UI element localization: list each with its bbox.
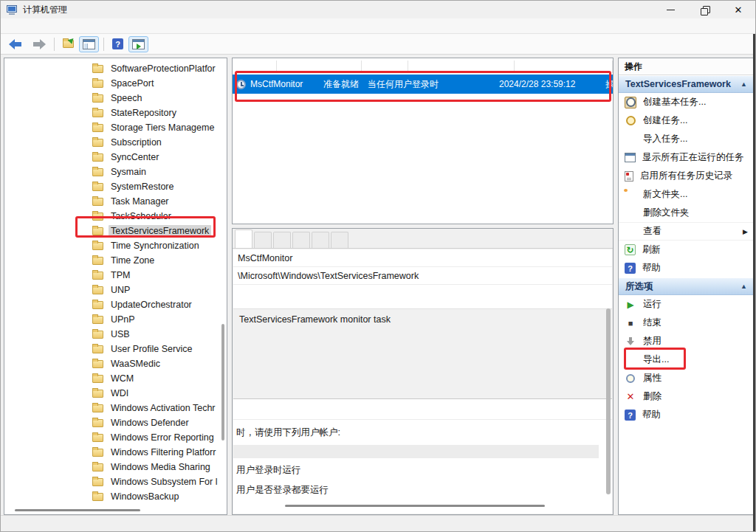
collapse-icon[interactable]: ▲ bbox=[740, 80, 747, 88]
column-header[interactable] bbox=[277, 61, 362, 73]
tree-item[interactable]: WDI bbox=[4, 386, 218, 401]
action-icon: ■ bbox=[625, 317, 636, 329]
tree-item[interactable]: Storage Tiers Manageme bbox=[4, 120, 218, 135]
menu-item[interactable] bbox=[44, 24, 57, 27]
column-header[interactable] bbox=[362, 61, 408, 73]
tree-vertical-scrollbar[interactable] bbox=[221, 324, 224, 441]
tree-item[interactable]: StateRepository bbox=[4, 106, 218, 120]
tree-item-label: SpacePort bbox=[109, 77, 156, 89]
tree-item[interactable]: WaaSMedic bbox=[4, 356, 218, 371]
collapse-icon[interactable]: ▲ bbox=[740, 283, 747, 290]
action-item[interactable]: ■ 结束 ▶ bbox=[619, 314, 754, 332]
tree-item[interactable]: Time Synchronization bbox=[4, 238, 218, 253]
action-icon bbox=[625, 354, 636, 366]
actions-section-header-folder[interactable]: TextServicesFramework ▲ bbox=[619, 75, 754, 93]
action-item[interactable]: 删除文件夹 ▶ bbox=[619, 204, 754, 222]
tree-horizontal-scrollbar[interactable] bbox=[15, 509, 140, 511]
tree-item[interactable]: UNP bbox=[4, 283, 218, 297]
forward-button[interactable] bbox=[28, 36, 49, 52]
detail-tab[interactable] bbox=[254, 232, 272, 248]
tree-item[interactable]: WCM bbox=[4, 371, 218, 386]
action-item[interactable]: 查看 ▶ bbox=[619, 222, 754, 241]
tree-item-label: TPM bbox=[109, 269, 132, 281]
tree-item[interactable]: Sysmain bbox=[4, 165, 218, 179]
tree-item[interactable]: TextServicesFramework bbox=[4, 224, 218, 238]
tree-item[interactable]: Windows Error Reporting bbox=[4, 430, 218, 445]
tree-item[interactable]: SyncCenter bbox=[4, 150, 218, 165]
tree-item[interactable]: Windows Filtering Platforr bbox=[4, 445, 218, 460]
tree-item[interactable]: SoftwareProtectionPlatfor bbox=[4, 61, 218, 76]
task-row[interactable]: MsCtfMonitor 准备就绪 当任何用户登录时 2024/2/28 23:… bbox=[233, 75, 613, 94]
folder-icon bbox=[92, 168, 103, 176]
task-clock-icon bbox=[236, 80, 246, 89]
action-item[interactable]: 显示所有正在运行的任务 ▶ bbox=[619, 148, 754, 167]
tree-item[interactable]: Windows Media Sharing bbox=[4, 460, 218, 474]
folder-icon bbox=[92, 360, 103, 368]
tree-item[interactable]: UPnP bbox=[4, 312, 218, 327]
action-item[interactable]: 创建基本任务... ▶ bbox=[619, 93, 754, 111]
tree-item-label: Windows Defender bbox=[109, 417, 191, 429]
action-item[interactable]: ▶ 运行 ▶ bbox=[619, 295, 754, 314]
restore-button[interactable] bbox=[687, 1, 721, 18]
tree-item[interactable]: Windows Activation Techr bbox=[4, 401, 218, 415]
detail-vertical-scrollbar[interactable] bbox=[606, 308, 611, 494]
tree-item[interactable]: Time Zone bbox=[4, 253, 218, 268]
folder-icon bbox=[92, 183, 103, 191]
detail-tab[interactable] bbox=[292, 232, 310, 248]
column-header[interactable] bbox=[408, 61, 515, 73]
export-list-button[interactable] bbox=[59, 37, 78, 51]
action-item[interactable]: ✕ 删除 ▶ bbox=[619, 387, 754, 406]
back-button[interactable] bbox=[5, 36, 27, 52]
tree-item[interactable]: SystemRestore bbox=[4, 179, 218, 194]
tree-item[interactable]: TPM bbox=[4, 268, 218, 283]
actions-section-header-selected[interactable]: 所选项 ▲ bbox=[619, 277, 754, 295]
tree-item[interactable]: USB bbox=[4, 327, 218, 342]
menu-item[interactable] bbox=[17, 24, 30, 27]
tree-item-label: SyncCenter bbox=[109, 151, 161, 163]
action-item[interactable]: 导出... ▶ bbox=[619, 350, 754, 369]
help-toolbar-button[interactable]: ? bbox=[109, 35, 127, 52]
tree-item[interactable]: Windows Defender bbox=[4, 415, 218, 430]
folder-icon bbox=[92, 272, 103, 280]
tree-item[interactable]: TaskScheduler bbox=[4, 209, 218, 224]
column-header[interactable] bbox=[606, 61, 613, 73]
tree-item[interactable]: Task Manager bbox=[4, 194, 218, 209]
action-icon: ? bbox=[625, 410, 636, 421]
toggle-console-tree-button[interactable] bbox=[79, 36, 99, 52]
detail-tab[interactable] bbox=[235, 229, 252, 248]
tree-item[interactable]: UpdateOrchestrator bbox=[4, 297, 218, 312]
tree-item[interactable]: WindowsBackup bbox=[4, 489, 218, 504]
action-item[interactable]: ↻ 刷新 ▶ bbox=[619, 241, 754, 259]
action-icon bbox=[625, 153, 636, 162]
action-item[interactable]: 禁用 ▶ bbox=[619, 332, 754, 350]
menu-item[interactable] bbox=[4, 24, 17, 27]
detail-tab[interactable] bbox=[273, 232, 291, 248]
action-icon bbox=[625, 115, 636, 127]
app-icon bbox=[7, 5, 18, 15]
action-item[interactable]: ? 帮助 ▶ bbox=[619, 406, 754, 424]
tree-item[interactable]: User Profile Service bbox=[4, 342, 218, 356]
tree-item[interactable]: Speech bbox=[4, 91, 218, 106]
tree-item[interactable]: SpacePort bbox=[4, 76, 218, 91]
action-item[interactable]: 属性 ▶ bbox=[619, 369, 754, 387]
action-item[interactable]: 新文件夹... ▶ bbox=[619, 185, 754, 204]
detail-tab[interactable] bbox=[331, 232, 348, 248]
forward-icon bbox=[32, 39, 46, 49]
tree-item[interactable]: Subscription bbox=[4, 135, 218, 150]
action-item[interactable]: 导入任务... ▶ bbox=[619, 130, 754, 148]
action-item[interactable]: 启用所有任务历史记录 ▶ bbox=[619, 167, 754, 185]
action-item[interactable]: ? 帮助 ▶ bbox=[619, 259, 754, 277]
action-item[interactable]: 创建任务... ▶ bbox=[619, 111, 754, 130]
toggle-action-pane-button[interactable] bbox=[128, 36, 148, 52]
close-button[interactable]: ✕ bbox=[721, 1, 755, 18]
detail-tab[interactable] bbox=[312, 232, 329, 248]
tree-item[interactable]: Windows Subsystem For l bbox=[4, 474, 218, 489]
column-header[interactable] bbox=[515, 61, 606, 73]
column-header[interactable] bbox=[233, 61, 277, 73]
detail-spacer bbox=[233, 285, 612, 308]
tree-item-label: Sysmain bbox=[109, 166, 148, 178]
menu-item[interactable] bbox=[30, 24, 44, 27]
detail-horizontal-scrollbar[interactable] bbox=[285, 505, 545, 507]
tree-item-label: Windows Filtering Platforr bbox=[109, 446, 218, 458]
minimize-button[interactable] bbox=[653, 1, 687, 18]
